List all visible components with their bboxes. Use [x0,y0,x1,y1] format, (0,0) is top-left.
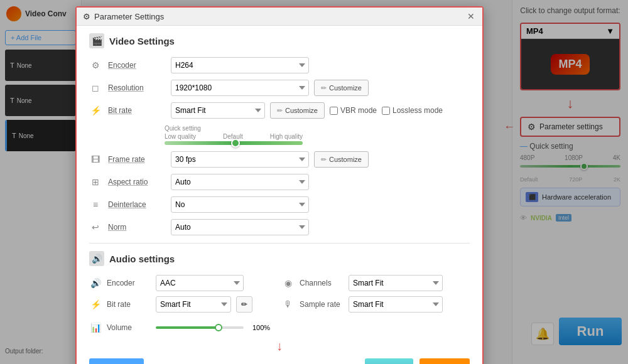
ok-button[interactable]: Ok [365,358,413,364]
bitrate-dropdown[interactable]: Smart Fit [171,102,265,119]
modal-title-area: ⚙ Parameter Settings [83,12,164,21]
modal-body: 🎬 Video Settings ⚙ Encoder H264 ◻ Resolu… [77,26,482,344]
deinterlace-control: No [171,196,470,213]
parameter-settings-modal: ⚙ Parameter Settings ✕ 🎬 Video Settings … [75,6,484,364]
bitrate-icon: ⚡ [89,104,102,117]
vbr-mode-checkbox-label[interactable]: VBR mode [330,106,377,115]
bitrate-row: ⚡ Bit rate Smart Fit ✏ Customize VBR mod… [89,102,470,119]
aspect-ratio-dropdown[interactable]: Auto [171,174,309,190]
video-section-title: Video Settings [109,36,175,46]
video-settings-icon: 🎬 [89,33,104,48]
deinterlace-row: ≡ Deinterlace No [89,196,470,213]
framerate-icon: 🎞 [89,153,102,166]
audio-bitrate-row: ⚡ Bit rate Smart Fit ✏ [89,296,277,313]
cancel-button[interactable]: Cancel [420,358,470,364]
audio-section-header: 🔊 Audio settings [89,251,470,266]
sample-rate-row: 🎙 Sample rate Smart Fit [282,296,470,313]
audio-settings-icon: 🔊 [89,251,104,266]
pencil-icon-2: ✏ [277,107,283,115]
ok-arrow-icon: ↓ [276,339,283,353]
deinterlace-label: Deinterlace [108,200,165,209]
modal-title-icon: ⚙ [83,12,90,21]
norm-label: Norm [108,223,165,232]
resolution-customize-button[interactable]: ✏ Customize [314,80,369,96]
app-background: Video Conv + Add File T None T None T No… [0,0,628,364]
save-as-button[interactable]: Save as [89,358,144,364]
modal-close-button[interactable]: ✕ [466,11,476,21]
divider [89,243,470,244]
framerate-customize-button[interactable]: ✏ Customize [314,151,369,168]
norm-control: Auto [171,219,470,235]
deinterlace-dropdown[interactable]: No [171,196,309,213]
audio-encoder-dropdown[interactable]: AAC [156,275,244,291]
channels-icon: ◉ [282,277,295,289]
encoder-control: H264 [171,57,470,73]
audio-bitrate-label: Bit rate [107,300,151,309]
lossless-mode-checkbox[interactable] [382,107,390,115]
resolution-dropdown[interactable]: 1920*1080 [171,80,309,96]
bitrate-customize-button[interactable]: ✏ Customize [270,102,325,119]
resolution-icon: ◻ [89,82,102,94]
aspect-ratio-control: Auto [171,174,470,190]
modal-quality-thumb [231,139,240,147]
deinterlace-icon: ≡ [89,198,102,211]
quick-setting-slider-area: Quick setting Low quality Default High q… [165,125,470,145]
encoder-label: Encoder [108,61,165,70]
aspect-ratio-icon: ⊞ [89,176,102,188]
audio-encoder-row: 🔊 Encoder AAC [89,275,277,291]
resolution-label: Resolution [108,83,165,92]
modal-quality-track[interactable] [165,141,303,145]
ok-arrow-area: ↓ [77,339,482,353]
framerate-dropdown[interactable]: 30 fps [171,151,309,168]
quick-setting-hint: Quick setting [165,125,470,132]
resolution-control: 1920*1080 ✏ Customize [171,80,470,96]
audio-grid: 🔊 Encoder AAC ◉ Channels Smart Fit [89,275,470,334]
norm-icon: ↩ [89,221,102,233]
resolution-row: ◻ Resolution 1920*1080 ✏ Customize [89,80,470,96]
bitrate-control: Smart Fit ✏ Customize VBR mode Lossless … [171,102,470,119]
audio-bitrate-dropdown[interactable]: Smart Fit [156,296,231,313]
framerate-row: 🎞 Frame rate 30 fps ✏ Customize [89,151,470,168]
lossless-mode-checkbox-label[interactable]: Lossless mode [382,106,443,115]
encoder-row: ⚙ Encoder H264 [89,57,470,73]
norm-row: ↩ Norm Auto [89,219,470,235]
volume-label: Volume [107,323,151,332]
aspect-ratio-row: ⊞ Aspect ratio Auto [89,174,470,190]
volume-row: 📊 Volume 100% [89,321,277,334]
sample-rate-label: Sample rate [300,300,344,309]
volume-track[interactable] [156,326,244,329]
aspect-ratio-label: Aspect ratio [108,178,165,186]
modal-titlebar: ⚙ Parameter Settings ✕ [77,8,482,26]
audio-bitrate-edit-button[interactable]: ✏ [236,296,252,313]
sample-rate-icon: 🎙 [282,298,295,311]
pencil-icon-3: ✏ [321,156,327,164]
channels-label: Channels [300,279,344,287]
footer-right-buttons: Ok Cancel [365,358,470,364]
volume-thumb [215,324,222,331]
modal-footer: Save as Ok Cancel [77,353,482,364]
audio-bitrate-icon: ⚡ [89,298,102,311]
framerate-control: 30 fps ✏ Customize [171,151,470,168]
video-section-header: 🎬 Video Settings [89,33,470,48]
audio-encoder-label: Encoder [107,279,151,287]
pencil-icon: ✏ [321,84,327,92]
bitrate-label: Bit rate [108,106,165,115]
audio-section-title: Audio settings [109,254,175,264]
modal-title-text: Parameter Settings [94,12,164,21]
encoder-dropdown[interactable]: H264 [171,57,309,73]
channels-dropdown[interactable]: Smart Fit [349,275,443,291]
volume-icon: 📊 [89,321,102,334]
sample-rate-dropdown[interactable]: Smart Fit [349,296,443,313]
norm-dropdown[interactable]: Auto [171,219,309,235]
encoder-icon: ⚙ [89,59,102,72]
volume-value: 100% [252,324,270,331]
channels-row: ◉ Channels Smart Fit [282,275,470,291]
audio-encoder-icon: 🔊 [89,277,102,289]
framerate-label: Frame rate [108,155,165,164]
vbr-mode-checkbox[interactable] [330,107,338,115]
